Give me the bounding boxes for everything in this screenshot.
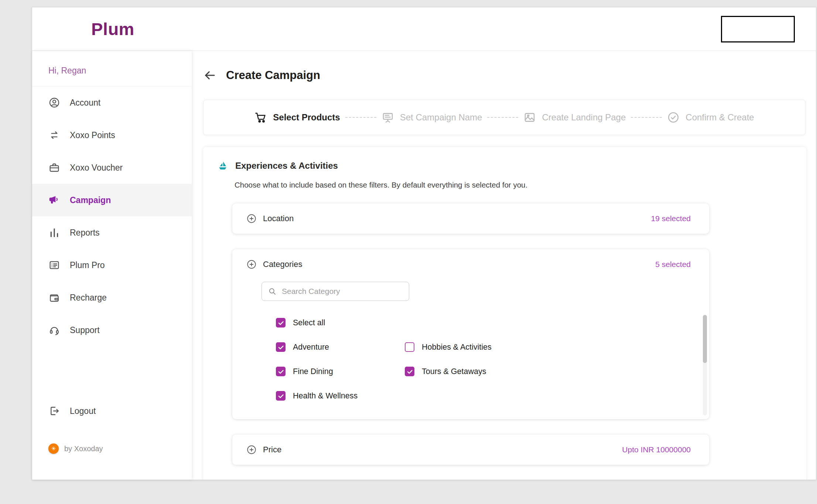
sidebar-item-label: Reports [70, 228, 100, 238]
step-label: Create Landing Page [542, 112, 626, 123]
sidebar-item-label: Recharge [70, 293, 107, 303]
category-option-label: Fine Dining [293, 367, 333, 376]
checkbox-icon[interactable] [276, 367, 286, 376]
check-circle-icon [667, 111, 680, 124]
search-icon [268, 287, 277, 296]
category-search-box [261, 282, 409, 301]
checkbox-icon[interactable] [405, 342, 414, 352]
sidebar-item-logout[interactable]: Logout [32, 395, 192, 427]
section-title: Experiences & Activities [235, 161, 338, 171]
category-options-grid: Select all Adventure Hobbies & Activitie… [276, 311, 709, 408]
sidebar-nav: Account Xoxo Points Xoxo Voucher [32, 86, 192, 346]
sidebar-item-label: Xoxo Voucher [70, 163, 123, 173]
plus-circle-icon[interactable] [246, 445, 257, 455]
header-highlight-box [721, 16, 795, 42]
category-option-label: Select all [293, 318, 325, 328]
category-search-input[interactable] [281, 287, 403, 296]
location-filter-header[interactable]: Location 19 selected [232, 203, 709, 234]
step-set-campaign-name[interactable]: Set Campaign Name [382, 111, 482, 124]
category-option-label: Tours & Getaways [422, 367, 486, 376]
sidebar-item-xoxo-points[interactable]: Xoxo Points [32, 119, 192, 151]
sidebar-item-label: Support [70, 325, 100, 335]
sidebar-item-label: Logout [70, 406, 96, 416]
location-selected-count: 19 selected [651, 214, 691, 223]
checkbox-icon[interactable] [276, 391, 286, 401]
back-arrow-icon[interactable] [203, 69, 216, 82]
sidebar-item-label: Xoxo Points [70, 130, 115, 140]
category-option-fine-dining[interactable]: Fine Dining [276, 359, 405, 384]
step-create-landing-page[interactable]: Create Landing Page [523, 111, 626, 124]
sidebar-item-reports[interactable]: Reports [32, 216, 192, 249]
logout-icon [48, 405, 60, 417]
image-icon [523, 111, 536, 124]
checkbox-icon[interactable] [405, 367, 414, 376]
categories-scrollbar-track[interactable] [703, 315, 707, 415]
sidebar-item-account[interactable]: Account [32, 86, 192, 119]
sidebar: Hi, Regan Account Xoxo Points [32, 51, 192, 480]
step-label: Select Products [273, 112, 340, 123]
megaphone-icon [48, 194, 60, 206]
categories-filter-label: Categories [263, 260, 302, 269]
category-option-label: Health & Wellness [293, 391, 358, 401]
section-header: Experiences & Activities [217, 160, 806, 171]
category-option-label: Adventure [293, 343, 329, 352]
sidebar-item-label: Campaign [70, 195, 111, 205]
categories-selected-count: 5 selected [655, 260, 691, 269]
step-select-products[interactable]: Select Products [254, 111, 340, 124]
sidebar-item-campaign[interactable]: Campaign [32, 184, 192, 216]
price-filter-value: Upto INR 10000000 [622, 445, 691, 454]
cart-icon [254, 111, 267, 124]
plus-circle-icon[interactable] [246, 259, 257, 270]
category-option-adventure[interactable]: Adventure [276, 335, 405, 359]
page-title-row: Create Campaign [203, 67, 806, 83]
step-confirm-create[interactable]: Confirm & Create [667, 111, 754, 124]
billboard-icon [382, 111, 394, 124]
step-label: Confirm & Create [686, 112, 754, 123]
sidebar-item-label: Plum Pro [70, 260, 105, 270]
sidebar-footer-label: by Xoxoday [64, 445, 103, 453]
main-content: Create Campaign Select Products Set Camp… [192, 51, 816, 480]
category-option-label: Hobbies & Activities [422, 343, 492, 352]
sidebar-item-recharge[interactable]: Recharge [32, 281, 192, 314]
category-option-hobbies-activities[interactable]: Hobbies & Activities [405, 335, 641, 359]
checkbox-icon[interactable] [276, 342, 286, 352]
wallet-icon [48, 292, 60, 304]
plus-circle-icon[interactable] [246, 213, 257, 224]
app-window: Plum Hi, Regan Account Xoxo Points [32, 7, 816, 480]
price-filter-label: Price [263, 445, 281, 455]
account-icon [48, 97, 60, 109]
price-filter-card: Price Upto INR 10000000 [232, 435, 709, 465]
points-swap-icon [48, 129, 60, 141]
xoxoday-logo-icon: ✳ [48, 443, 59, 454]
location-filter-card: Location 19 selected [232, 203, 709, 234]
sidebar-item-support[interactable]: Support [32, 314, 192, 346]
category-option-tours-getaways[interactable]: Tours & Getaways [405, 359, 641, 384]
sidebar-item-plum-pro[interactable]: Plum Pro [32, 249, 192, 281]
voucher-icon [48, 162, 60, 174]
sidebar-item-label: Account [70, 98, 100, 108]
checkbox-icon[interactable] [276, 318, 286, 328]
bar-chart-icon [48, 227, 60, 239]
top-header: Plum [32, 7, 816, 51]
sidebar-greeting: Hi, Regan [32, 51, 192, 86]
stepper-connector [487, 117, 518, 118]
page-title: Create Campaign [226, 69, 320, 82]
stepper-connector [345, 117, 376, 118]
category-option-select-all[interactable]: Select all [276, 311, 641, 335]
category-option-health-wellness[interactable]: Health & Wellness [276, 384, 405, 408]
categories-filter-header[interactable]: Categories 5 selected [232, 249, 709, 280]
sidebar-footer: ✳ by Xoxoday [32, 427, 192, 480]
list-card-icon [48, 259, 60, 271]
step-label: Set Campaign Name [400, 112, 482, 123]
section-subtitle: Choose what to include based on these fi… [235, 179, 806, 190]
campaign-stepper: Select Products Set Campaign Name Create… [203, 100, 806, 135]
plum-logo: Plum [91, 19, 134, 39]
price-filter-header[interactable]: Price Upto INR 10000000 [232, 435, 709, 465]
stepper-connector [631, 117, 662, 118]
headset-icon [48, 324, 60, 336]
sidebar-item-xoxo-voucher[interactable]: Xoxo Voucher [32, 151, 192, 184]
sailboat-icon [217, 160, 228, 171]
categories-scrollbar-thumb[interactable] [703, 315, 707, 363]
experiences-panel: Experiences & Activities Choose what to … [203, 147, 806, 480]
location-filter-label: Location [263, 214, 294, 223]
